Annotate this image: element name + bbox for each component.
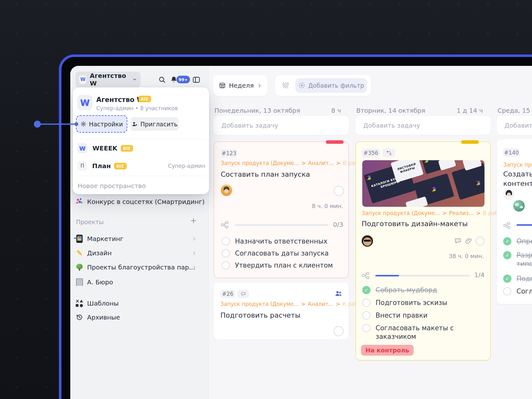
- checkbox-circle-checked[interactable]: ✓: [362, 286, 370, 294]
- sliders-icon[interactable]: [282, 81, 290, 90]
- sidebar-item-label: Шаблоны: [87, 300, 119, 307]
- settings-label: Настройки: [89, 121, 123, 128]
- chevron-right-icon[interactable]: ›: [193, 250, 196, 256]
- checklist-item[interactable]: ✓ Опре: [503, 237, 532, 246]
- plan-badge: BIZ: [114, 163, 127, 169]
- add-project-icon[interactable]: [190, 217, 197, 224]
- chevron-right-icon[interactable]: ›: [193, 264, 196, 270]
- add-task-input[interactable]: [214, 116, 349, 135]
- chevron-right-icon[interactable]: ›: [193, 236, 196, 242]
- checklist-item[interactable]: ✓ Подго: [503, 275, 532, 283]
- task-title-line2: контента: [503, 179, 532, 188]
- checklist-item[interactable]: Подготовить эскизы: [362, 299, 447, 307]
- assignee-avatar[interactable]: [362, 235, 373, 247]
- sidebar-item-label: Маркетинг: [87, 235, 124, 243]
- workspace-subtitle: Супер-админ • 8 участников: [96, 105, 178, 111]
- task-card-356[interactable]: #356 КАТАЛОГИ БУКЛЕТЫ БРОШЮРЫ: [356, 142, 491, 360]
- person-plus-icon: [131, 121, 138, 127]
- sidebar-item-favorite[interactable]: Конкурс в соцсетях (Смартридинг): [70, 196, 208, 207]
- sidebar-item-archive[interactable]: Архивные: [70, 312, 208, 323]
- complete-task-circle[interactable]: [334, 186, 344, 196]
- notifications-badge[interactable]: 99+: [176, 76, 190, 83]
- board-area: Неделя Добавить филь: [208, 66, 532, 399]
- workspace-item-weeek[interactable]: W WEEEK BIZ: [73, 142, 209, 155]
- subtask-progress-bar: [516, 224, 532, 226]
- checklist-item[interactable]: Внести правки: [362, 311, 428, 320]
- breadcrumb[interactable]: Запуск продукта (Докуме...>Реализ...>В р…: [362, 210, 504, 216]
- workspace-item-plan[interactable]: П План BIZ Супер-админ: [73, 160, 209, 172]
- breadcrumb-separator: >: [301, 160, 306, 166]
- history-icon: [75, 314, 84, 321]
- checkbox-circle-checked[interactable]: ✓: [503, 237, 511, 245]
- sidebar-item-label: Проекты благоустройства пар...: [87, 263, 195, 271]
- checklist-item[interactable]: ✓ Разра типов: [503, 251, 532, 268]
- invite-button[interactable]: Пригласить: [130, 117, 179, 131]
- checklist-item[interactable]: Согла: [503, 287, 532, 296]
- task-card-26[interactable]: #26 Запуск продукта (Доку: [214, 282, 349, 339]
- assignee-avatar[interactable]: [503, 189, 515, 200]
- checkbox-circle-checked[interactable]: ✓: [503, 275, 511, 283]
- sidebar-item-design[interactable]: Дизайн ›: [70, 248, 208, 258]
- assignee-avatar[interactable]: [221, 185, 232, 196]
- workflow-link-icon: [383, 149, 395, 157]
- sidebar-item-label: Архивные: [87, 314, 120, 321]
- attachment-icon[interactable]: [465, 237, 472, 245]
- sidebar-item-parks[interactable]: Проекты благоустройства пар... ›: [70, 262, 208, 273]
- shapes-icon: ×: [75, 299, 84, 307]
- breadcrumb[interactable]: Запуск прод: [503, 162, 532, 168]
- checkbox-circle[interactable]: [362, 324, 370, 332]
- column-title: Вторник, 14 октября: [356, 107, 425, 114]
- checkbox-circle[interactable]: [362, 311, 370, 320]
- complete-task-circle[interactable]: [476, 237, 484, 245]
- search-icon[interactable]: [158, 76, 166, 84]
- checklist-item[interactable]: Согласовать макеты с заказчиком: [362, 324, 471, 341]
- plan-badge: BIZ: [138, 96, 151, 102]
- settings-button[interactable]: Настройки: [76, 115, 127, 133]
- assignee-avatar[interactable]: [513, 200, 525, 212]
- sidebar-item-templates[interactable]: × Шаблоны: [70, 298, 208, 309]
- workspace-selector[interactable]: W Агентство W: [75, 72, 141, 87]
- task-id-badge: #26: [220, 290, 235, 298]
- invite-label: Пригласить: [140, 121, 178, 128]
- sidebar-item-marketing[interactable]: Маркетинг ›: [70, 233, 208, 244]
- breadcrumb[interactable]: Запуск продукта (Докуме...>Аналит...>К р…: [220, 301, 363, 307]
- sidebar-item-bureau[interactable]: А. Бюро: [70, 277, 208, 288]
- checklist-item[interactable]: Утвердить план с клиентом: [222, 261, 333, 270]
- phone-icon: [75, 235, 84, 243]
- checkbox-circle[interactable]: [222, 261, 230, 269]
- checkbox-circle-checked[interactable]: ✓: [503, 251, 511, 259]
- complete-task-circle[interactable]: [333, 326, 344, 336]
- workspace-item-name: План: [92, 162, 111, 170]
- app-window: W Агентство W 99+: [70, 66, 532, 399]
- new-workspace-button[interactable]: Новое пространство: [78, 182, 146, 190]
- checklist-label: Собрать мудборд: [376, 286, 437, 294]
- workspace-item-role: Супер-админ: [168, 163, 205, 169]
- mockup-text: ЛИСТОВКИ ФЛАЕРЫ: [390, 160, 423, 182]
- sidebar-toggle-icon[interactable]: [192, 76, 200, 84]
- checklist-item[interactable]: ✓ Собрать мудборд: [362, 286, 437, 294]
- checklist-item[interactable]: Согласовать даты запуска: [222, 249, 329, 258]
- priority-tab-yellow: [461, 140, 479, 144]
- shared-people-icon: [334, 289, 343, 298]
- checkbox-circle[interactable]: [222, 249, 230, 257]
- building-icon: [75, 278, 84, 286]
- attachment-image[interactable]: КАТАЛОГИ БУКЛЕТЫ БРОШЮРЫ ЛИСТОВКИ ФЛАЕРЫ: [362, 160, 484, 207]
- subtask-progress-bar: [375, 275, 470, 276]
- task-card-140[interactable]: #140 Запуск прод Создать ш контента: [497, 139, 532, 304]
- checklist-item[interactable]: Назначить ответственных: [222, 237, 327, 246]
- view-selector-button[interactable]: Неделя: [213, 75, 268, 96]
- comments-icon[interactable]: [454, 237, 462, 245]
- breadcrumb[interactable]: Запуск продукта (Докуме...>Аналит...>В р…: [221, 160, 363, 166]
- task-id-badge: #123: [221, 149, 237, 157]
- calendar-week-icon: [219, 82, 226, 89]
- checkbox-circle[interactable]: [503, 287, 511, 295]
- confetti-icon: [75, 198, 84, 206]
- add-task-input[interactable]: [356, 116, 491, 135]
- checkbox-circle[interactable]: [222, 237, 230, 245]
- breadcrumb-board: Аналит...: [308, 160, 334, 166]
- add-filter-button[interactable]: Добавить фильтр: [295, 78, 367, 93]
- add-task-input[interactable]: [497, 116, 532, 135]
- checkbox-circle[interactable]: [362, 299, 370, 307]
- task-card-123[interactable]: #123 Запуск продукта (Докуме...>Аналит..…: [214, 142, 349, 278]
- projects-section-title: Проекты: [76, 218, 104, 225]
